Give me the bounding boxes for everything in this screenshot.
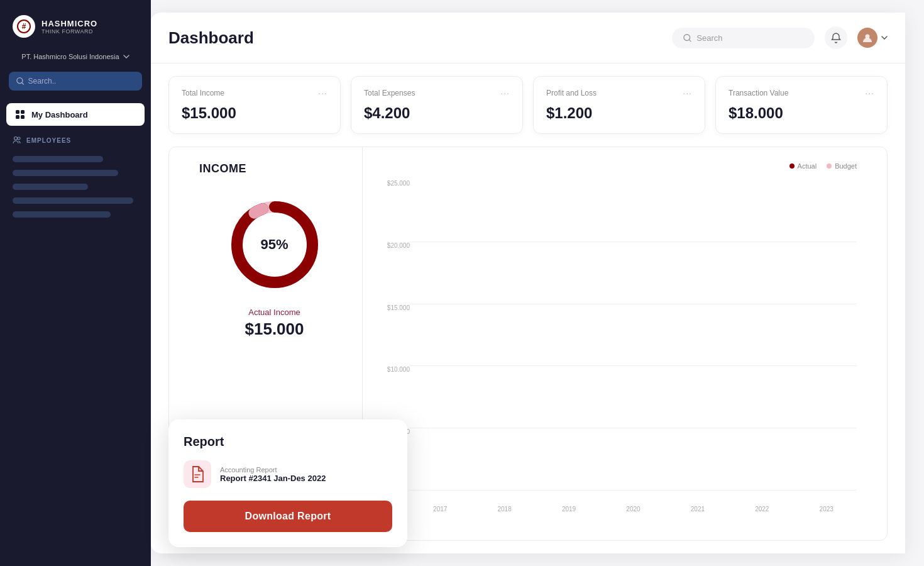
dashboard-label: My Dashboard: [31, 110, 88, 119]
skeleton-item-5: [13, 211, 111, 218]
report-name: Report #2341 Jan-Des 2022: [220, 474, 326, 483]
donut-center: 95%: [260, 236, 288, 253]
user-avatar: [857, 28, 877, 48]
x-labels: 2017201820192020202120222023: [375, 506, 857, 513]
notification-button[interactable]: [825, 26, 847, 49]
svg-point-7: [14, 137, 18, 140]
donut-chart: 95%: [224, 194, 325, 295]
notification-icon: [830, 32, 842, 43]
stat-more-button[interactable]: ···: [683, 88, 692, 98]
chart-legend: Actual Budget: [375, 162, 857, 170]
avatar-button[interactable]: [857, 28, 888, 48]
skeleton-item-1: [13, 156, 103, 162]
stat-card: Profit and Loss ··· $1.200: [533, 76, 705, 134]
x-axis-label: 2023: [796, 506, 857, 513]
stat-card-header: Total Expenses ···: [364, 88, 510, 98]
skeleton-item-2: [13, 170, 118, 176]
stat-value: $1.200: [546, 104, 692, 122]
file-icon: [190, 466, 204, 482]
actual-income-label: Actual Income: [248, 308, 300, 317]
stat-label: Total Expenses: [364, 89, 415, 97]
header-search-icon: [683, 33, 691, 43]
x-axis-label: 2019: [539, 506, 599, 513]
report-info: Accounting Report Report #2341 Jan-Des 2…: [220, 466, 326, 483]
svg-point-9: [684, 34, 690, 40]
company-name: PT. Hashmicro Solusi Indonesia: [21, 53, 119, 60]
report-title: Report: [184, 435, 392, 449]
skeleton-item-4: [13, 197, 133, 204]
page-title: Dashboard: [168, 28, 254, 48]
svg-rect-3: [16, 110, 19, 114]
x-axis-label: 2017: [410, 506, 470, 513]
x-axis-label: 2021: [668, 506, 728, 513]
y-axis-label: $15.000: [375, 304, 410, 311]
svg-text:#: #: [22, 22, 26, 31]
avatar-chevron-icon: [881, 36, 888, 40]
company-selector[interactable]: PT. Hashmicro Solusi Indonesia: [0, 48, 151, 65]
chevron-down-icon: [123, 55, 129, 58]
dashboard-header: Dashboard: [151, 13, 905, 64]
sidebar: # HASHMICRO THINK FORWARD PT. Hashmicro …: [0, 0, 151, 566]
x-axis-label: 2022: [732, 506, 792, 513]
report-item: Accounting Report Report #2341 Jan-Des 2…: [184, 460, 392, 488]
stat-card: Total Expenses ··· $4.200: [351, 76, 523, 134]
x-axis-label: 2018: [474, 506, 534, 513]
stat-card-header: Profit and Loss ···: [546, 88, 692, 98]
actual-income-value: $15.000: [245, 319, 304, 339]
logo-icon: #: [13, 15, 35, 38]
employees-label: EMPLOYEES: [26, 137, 71, 144]
stat-more-button[interactable]: ···: [500, 88, 510, 98]
search-box[interactable]: [672, 28, 815, 48]
sidebar-search[interactable]: [9, 72, 142, 91]
svg-rect-6: [21, 115, 25, 119]
stat-label: Profit and Loss: [546, 89, 597, 97]
y-axis-label: $10.000: [375, 366, 410, 373]
avatar-icon: [862, 32, 873, 43]
stat-card: Transaction Value ··· $18.000: [715, 76, 888, 134]
main-content: Dashboard: [151, 0, 924, 566]
legend-budget: Budget: [827, 162, 857, 170]
logo-name: HASHMICRO: [41, 19, 97, 28]
sidebar-logo: # HASHMICRO THINK FORWARD: [0, 0, 151, 48]
stat-value: $15.000: [182, 104, 327, 122]
svg-rect-5: [16, 115, 19, 119]
stat-label: Transaction Value: [729, 89, 788, 97]
legend-dot-budget: [827, 164, 832, 169]
sidebar-item-dashboard[interactable]: My Dashboard: [6, 103, 145, 126]
stats-row: Total Income ··· $15.000 Total Expenses …: [151, 64, 905, 147]
stat-card-header: Total Income ···: [182, 88, 327, 98]
download-report-button[interactable]: Download Report: [184, 501, 392, 532]
legend-dot-actual: [789, 164, 795, 169]
stat-value: $18.000: [729, 104, 874, 122]
report-card: Report Accounting Report Report #2341 Ja…: [168, 419, 407, 547]
skeleton-item-3: [13, 184, 88, 190]
svg-rect-4: [21, 110, 25, 114]
stat-card-header: Transaction Value ···: [729, 88, 874, 98]
report-type: Accounting Report: [220, 466, 326, 474]
legend-actual-label: Actual: [798, 162, 817, 170]
income-right: Actual Budget $25.000$20.000$15.000$10.0…: [363, 147, 869, 528]
income-title: INCOME: [199, 162, 246, 175]
logo-tagline: THINK FORWARD: [41, 28, 97, 35]
stat-more-button[interactable]: ···: [865, 88, 874, 98]
header-right: [672, 26, 888, 49]
header-search-input[interactable]: [696, 33, 803, 43]
app-wrapper: # HASHMICRO THINK FORWARD PT. Hashmicro …: [0, 0, 924, 566]
employees-section-label: EMPLOYEES: [0, 127, 151, 148]
y-axis-label: $25.000: [375, 180, 410, 187]
sidebar-search-input[interactable]: [28, 77, 135, 86]
svg-point-8: [18, 137, 20, 140]
x-axis-label: 2020: [603, 506, 663, 513]
stat-value: $4.200: [364, 104, 510, 122]
stat-more-button[interactable]: ···: [318, 88, 327, 98]
report-icon: [184, 460, 211, 488]
employees-icon: [13, 136, 21, 145]
dashboard-icon: [15, 109, 25, 119]
legend-actual: Actual: [789, 162, 817, 170]
bars-area: [410, 180, 857, 503]
y-axis-label: $20.000: [375, 242, 410, 249]
legend-budget-label: Budget: [835, 162, 857, 170]
logo-text: HASHMICRO THINK FORWARD: [41, 19, 97, 35]
stat-label: Total Income: [182, 89, 224, 97]
bar-chart: $25.000$20.000$15.000$10.000$5000 201720…: [375, 180, 857, 513]
